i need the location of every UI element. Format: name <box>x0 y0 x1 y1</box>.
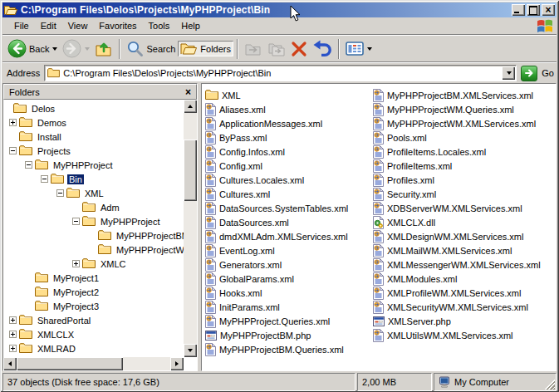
folders-button[interactable]: Folders <box>178 41 233 56</box>
file-item[interactable]: XMLSecurityWM.XMLServices.xml <box>373 300 556 314</box>
minimize-button[interactable] <box>512 4 525 16</box>
delete-button[interactable] <box>288 40 310 58</box>
scroll-left-button[interactable] <box>3 357 17 370</box>
file-item[interactable]: dmdXMLAdm.XMLServices.xml <box>205 229 373 243</box>
close-folders-pane-icon[interactable]: × <box>185 88 191 96</box>
menu-item-view[interactable]: View <box>62 19 94 32</box>
tree-item-label[interactable]: MyProject2 <box>51 287 101 297</box>
file-item[interactable]: MyPHPProject.Queries.xml <box>205 314 373 328</box>
scroll-thumb[interactable] <box>184 140 197 201</box>
file-item-label[interactable]: XMLMessengerWM.XMLServices.xml <box>387 260 541 270</box>
tree-item[interactable]: SharedPortal <box>3 313 184 327</box>
views-button[interactable] <box>343 41 375 56</box>
go-button[interactable] <box>521 66 537 81</box>
expand-toggle[interactable] <box>41 175 48 183</box>
file-item[interactable]: Hooks.xml <box>205 286 373 300</box>
file-item-label[interactable]: XMLSecurityWM.XMLServices.xml <box>387 302 528 312</box>
file-item-label[interactable]: XML <box>222 91 241 100</box>
file-item-label[interactable]: MyPHPProjectBM.Queries.xml <box>219 345 344 355</box>
file-item[interactable]: Cultures.Locales.xml <box>205 173 373 187</box>
expand-toggle[interactable] <box>9 345 17 352</box>
file-item-label[interactable]: Cultures.xml <box>219 189 270 199</box>
tree-item[interactable]: Bin <box>3 172 184 186</box>
tree-item-label[interactable]: MyPHPProject <box>51 160 115 170</box>
resize-grip[interactable] <box>545 380 555 390</box>
file-item-label[interactable]: Config.xml <box>219 161 262 171</box>
file-item-label[interactable]: InitParams.xml <box>219 302 280 312</box>
tree-item[interactable]: MyPHPProjectBM <box>3 228 184 243</box>
expand-toggle[interactable] <box>9 147 17 154</box>
file-item-label[interactable]: XMLUtilsWM.XMLServices.xml <box>387 331 513 341</box>
file-item-label[interactable]: Aliases.xml <box>219 105 266 115</box>
tree-item[interactable]: XML <box>3 186 184 200</box>
scroll-down-button[interactable] <box>184 344 197 357</box>
file-item[interactable]: XMLCLX.dll <box>373 215 556 229</box>
file-item[interactable]: Profiles.xml <box>373 173 556 187</box>
file-item[interactable]: XML <box>205 88 373 102</box>
file-item-label[interactable]: GlobalParams.xml <box>219 274 294 284</box>
address-input[interactable]: C:\Program Files\Delos\Projects\MyPHPPro… <box>44 65 517 81</box>
scroll-right-button[interactable] <box>170 357 184 370</box>
file-item-label[interactable]: dmdXMLAdm.XMLServices.xml <box>219 232 348 242</box>
tree-item-label[interactable]: MyProject3 <box>51 301 101 311</box>
tree-item[interactable]: MyPHPProject <box>3 158 184 172</box>
file-item-label[interactable]: Security.xml <box>387 189 436 199</box>
tree-item-label[interactable]: XML <box>83 189 105 198</box>
file-item-label[interactable]: Profiles.xml <box>387 175 434 185</box>
scroll-track[interactable] <box>123 357 170 370</box>
tree-item-label[interactable]: SharedPortal <box>36 316 92 326</box>
file-item-label[interactable]: XMLDesignWM.XMLServices.xml <box>387 232 523 242</box>
file-item-label[interactable]: EventLog.xml <box>219 246 275 256</box>
file-item-label[interactable]: Config.Infos.xml <box>219 147 285 157</box>
file-item[interactable]: ProfileItems.xml <box>373 159 556 173</box>
file-item[interactable]: EventLog.xml <box>205 243 373 257</box>
tree-item[interactable]: Install <box>3 130 184 144</box>
address-dropdown-button[interactable] <box>502 66 515 80</box>
file-item-label[interactable]: XMLMailWM.XMLServices.xml <box>387 246 512 256</box>
file-item[interactable]: Aliases.xml <box>205 102 373 116</box>
file-item[interactable]: ApplicationMessages.xml <box>205 116 373 130</box>
file-item-label[interactable]: DataSources.xml <box>219 218 289 228</box>
file-item[interactable]: MyPHPProjectBM.Queries.xml <box>205 342 373 356</box>
tree-item-label[interactable]: XMLRAD <box>36 344 77 354</box>
title-bar[interactable]: C:\Program Files\Delos\Projects\MyPHPPro… <box>2 2 557 17</box>
file-item[interactable]: Pools.xml <box>373 130 556 145</box>
expand-toggle[interactable] <box>9 316 17 324</box>
forward-dropdown-icon[interactable] <box>85 47 90 51</box>
file-item-label[interactable]: MyPHPProject.Queries.xml <box>219 316 330 326</box>
file-item[interactable]: Security.xml <box>373 187 556 201</box>
file-item-label[interactable]: MyPHPProjectBM.XMLServices.xml <box>387 91 533 100</box>
file-item[interactable]: MyPHPProjectWM.XMLServices.xml <box>373 116 556 130</box>
tree-item[interactable]: XMLCLX <box>3 327 184 341</box>
tree-item[interactable]: MyProject2 <box>3 285 184 299</box>
file-item-label[interactable]: XMLServer.php <box>388 316 451 326</box>
file-item-label[interactable]: ProfileItems.Locales.xml <box>387 147 486 157</box>
expand-toggle[interactable] <box>25 161 32 169</box>
tree-item-label[interactable]: MyPHPProjectBM <box>115 231 184 241</box>
tree-item[interactable]: XMLRAD <box>3 341 184 355</box>
file-item[interactable]: XMLProfileWM.XMLServices.xml <box>373 286 556 300</box>
tree-vertical-scrollbar[interactable] <box>184 100 197 357</box>
file-item-label[interactable]: Cultures.Locales.xml <box>219 175 304 185</box>
file-item[interactable]: XMLMailWM.XMLServices.xml <box>373 243 556 257</box>
tree-item[interactable]: Demos <box>3 115 184 130</box>
tree-item-label[interactable]: Install <box>36 132 63 142</box>
tree-item-label[interactable]: Projects <box>36 146 72 156</box>
file-item-label[interactable]: Generators.xml <box>219 260 282 270</box>
file-item[interactable]: Config.Infos.xml <box>205 145 373 159</box>
tree-item-label[interactable]: MyPHPProjectWM <box>115 245 184 255</box>
file-item[interactable]: XMLUtilsWM.XMLServices.xml <box>373 328 556 342</box>
file-item-label[interactable]: XMLCLX.dll <box>387 218 435 228</box>
go-label[interactable]: Go <box>542 68 554 78</box>
file-item[interactable]: Config.xml <box>205 159 373 173</box>
tree-item-label[interactable]: XMLCLX <box>36 330 76 340</box>
file-item-label[interactable]: ApplicationMessages.xml <box>219 119 322 129</box>
tree-item[interactable]: XMLC <box>3 257 184 271</box>
file-item-label[interactable]: Pools.xml <box>387 133 427 143</box>
file-item-label[interactable]: DataSources.SystemTables.xml <box>219 203 348 213</box>
undo-button[interactable] <box>310 39 335 58</box>
file-item[interactable]: MyPHPProjectWM.Queries.xml <box>373 102 556 116</box>
back-button[interactable]: Back <box>5 38 60 59</box>
menu-item-favorites[interactable]: Favorites <box>93 19 142 32</box>
copy-to-button[interactable] <box>265 41 288 57</box>
